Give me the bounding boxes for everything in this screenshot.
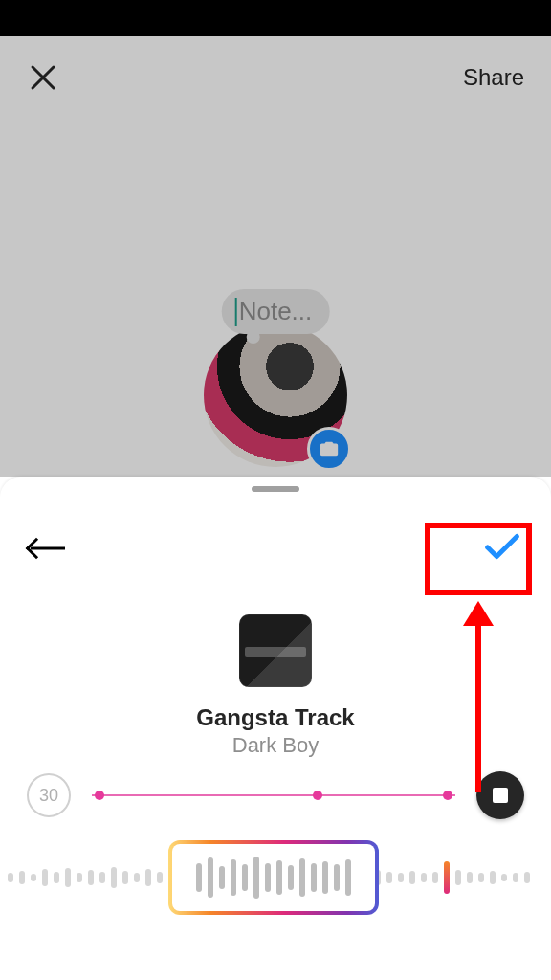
text-cursor xyxy=(235,298,237,326)
duration-selector[interactable]: 30 xyxy=(27,773,71,817)
share-button[interactable]: Share xyxy=(463,64,524,91)
trim-range[interactable] xyxy=(92,784,455,807)
waveform-accent-marker xyxy=(444,861,450,894)
annotation-highlight-box xyxy=(425,523,532,595)
note-placeholder: Note... xyxy=(239,297,313,326)
annotation-arrow xyxy=(461,601,496,792)
range-playhead[interactable] xyxy=(313,791,322,800)
camera-badge[interactable] xyxy=(307,427,351,471)
range-end-handle[interactable] xyxy=(443,791,452,800)
selection-window[interactable] xyxy=(168,840,379,915)
camera-icon xyxy=(319,438,340,459)
close-icon[interactable] xyxy=(27,61,59,94)
avatar[interactable]: Note... xyxy=(204,323,347,467)
waveform-scrubber[interactable] xyxy=(0,844,551,911)
range-start-handle[interactable] xyxy=(95,791,104,800)
back-button[interactable] xyxy=(27,533,65,564)
status-bar xyxy=(0,0,551,36)
note-composer-backdrop: Share Note... xyxy=(0,36,551,477)
note-input-bubble[interactable]: Note... xyxy=(222,289,330,334)
album-art xyxy=(239,614,312,687)
